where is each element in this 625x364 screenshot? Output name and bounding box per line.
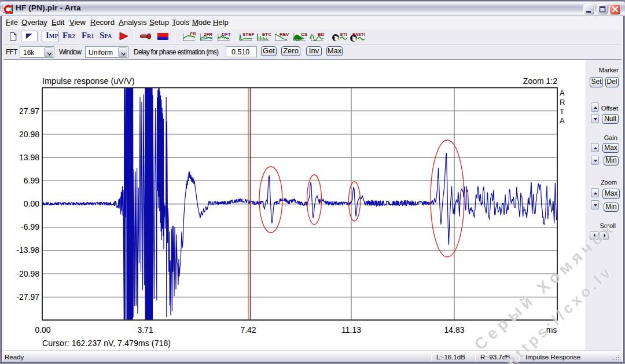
svg-text:27.97: 27.97 xyxy=(19,106,39,116)
svg-text:6.99: 6.99 xyxy=(24,176,39,185)
svg-text:11.13: 11.13 xyxy=(341,325,361,334)
svg-text:-27.97: -27.97 xyxy=(16,292,39,302)
svg-text:14.83: 14.83 xyxy=(444,325,464,334)
svg-text:3.71: 3.71 xyxy=(137,325,153,334)
svg-text:A: A xyxy=(560,116,565,125)
svg-text:20.98: 20.98 xyxy=(19,130,39,139)
svg-text:0.00: 0.00 xyxy=(24,199,39,208)
svg-text:-20.98: -20.98 xyxy=(16,269,39,278)
svg-text:Impulse response (uV/V): Impulse response (uV/V) xyxy=(42,76,135,86)
svg-text:Cursor: 162.237 nV, 7.479ms (7: Cursor: 162.237 nV, 7.479ms (718) xyxy=(42,339,171,348)
svg-text:-6.99: -6.99 xyxy=(21,222,39,231)
svg-text:Zoom 1:2: Zoom 1:2 xyxy=(523,76,557,86)
svg-text:13.98: 13.98 xyxy=(19,153,39,162)
svg-text:0.00: 0.00 xyxy=(35,325,50,334)
svg-text:-13.98: -13.98 xyxy=(16,245,39,255)
svg-text:T: T xyxy=(560,107,564,116)
svg-text:R: R xyxy=(560,98,565,106)
svg-text:A: A xyxy=(560,89,565,97)
svg-text:7.42: 7.42 xyxy=(240,325,256,334)
